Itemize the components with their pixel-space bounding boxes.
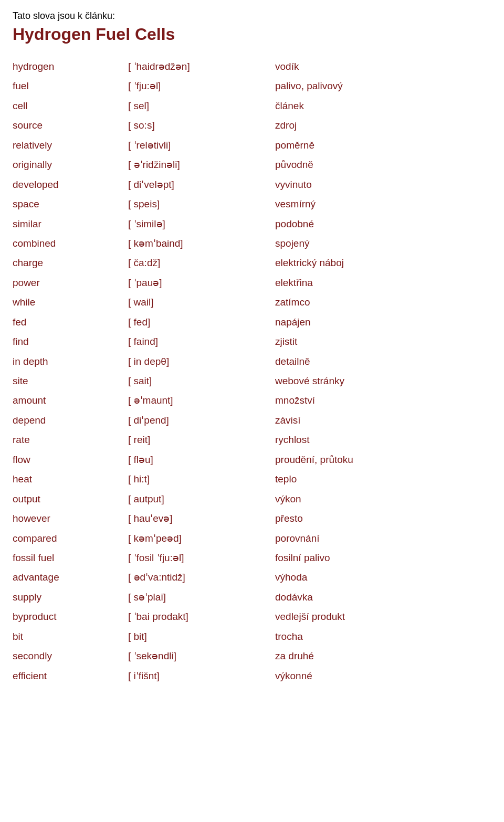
vocab-row: while[ wail]zatímco	[13, 292, 491, 312]
vocab-phonetic: [ bit]	[128, 627, 275, 646]
vocab-word: flow	[13, 450, 128, 469]
vocab-word: source	[13, 115, 128, 135]
vocab-word: combined	[13, 234, 128, 253]
vocab-phonetic: [ ˈsekəndli]	[128, 646, 275, 666]
vocab-translation: zjistit	[275, 332, 491, 351]
vocab-row: flow[ fləu]proudění, průtoku	[13, 450, 491, 469]
vocab-phonetic: [ ˈfju:əl]	[128, 76, 275, 96]
vocab-translation: výhoda	[275, 567, 491, 587]
vocab-phonetic: [ kəmˈpeəd]	[128, 529, 275, 548]
vocab-word: compared	[13, 529, 128, 548]
vocab-phonetic: [ reit]	[128, 430, 275, 449]
vocab-translation: porovnání	[275, 529, 491, 548]
vocab-translation: vyvinuto	[275, 175, 491, 194]
vocab-word: output	[13, 489, 128, 509]
vocab-word: while	[13, 292, 128, 312]
vocab-word: secondly	[13, 646, 128, 666]
vocab-row: byproduct[ ˈbai prodakt]vedlejší produkt	[13, 607, 491, 626]
vocab-word: space	[13, 194, 128, 214]
vocab-translation: podobné	[275, 214, 491, 234]
vocab-word: developed	[13, 175, 128, 194]
vocab-word: site	[13, 371, 128, 391]
vocab-phonetic: [ faind]	[128, 332, 275, 351]
vocab-translation: zatímco	[275, 292, 491, 312]
vocab-translation: výkon	[275, 489, 491, 509]
vocab-phonetic: [ əˈridžinəli]	[128, 155, 275, 174]
vocab-translation: palivo, palivový	[275, 76, 491, 96]
vocab-phonetic: [ in depθ]	[128, 352, 275, 371]
vocab-row: developed[ diˈveləpt]vyvinuto	[13, 175, 491, 194]
vocab-phonetic: [ diˈveləpt]	[128, 175, 275, 194]
vocab-row: source[ so:s]zdroj	[13, 115, 491, 135]
vocab-word: heat	[13, 469, 128, 489]
vocab-translation: za druhé	[275, 646, 491, 666]
vocab-row: space[ speis]vesmírný	[13, 194, 491, 214]
vocab-translation: výkonné	[275, 666, 491, 686]
vocab-phonetic: [ əˈmaunt]	[128, 391, 275, 410]
vocab-row: hydrogen[ ˈhaidrədžən]vodík	[13, 57, 491, 76]
vocab-row: charge[ ča:dž]elektrický náboj	[13, 253, 491, 272]
vocab-phonetic: [ diˈpend]	[128, 410, 275, 430]
vocab-phonetic: [ speis]	[128, 194, 275, 214]
vocab-row: amount[ əˈmaunt]množství	[13, 391, 491, 410]
vocab-row: bit[ bit]trocha	[13, 627, 491, 646]
vocab-word: supply	[13, 587, 128, 607]
vocab-row: depend[ diˈpend]závisí	[13, 410, 491, 430]
vocab-translation: napájen	[275, 312, 491, 332]
vocab-word: find	[13, 332, 128, 351]
vocab-word: fuel	[13, 76, 128, 96]
vocab-word: power	[13, 273, 128, 292]
main-title: Hydrogen Fuel Cells	[13, 25, 491, 44]
vocab-phonetic: [ hi:t]	[128, 469, 275, 489]
vocab-row: rate[ reit]rychlost	[13, 430, 491, 449]
vocab-translation: vedlejší produkt	[275, 607, 491, 626]
vocab-word: byproduct	[13, 607, 128, 626]
vocab-word: amount	[13, 391, 128, 410]
vocab-phonetic: [ sait]	[128, 371, 275, 391]
vocab-row: combined[ kəmˈbaind]spojený	[13, 234, 491, 253]
vocab-row: fed[ fed]napájen	[13, 312, 491, 332]
vocab-phonetic: [ fed]	[128, 312, 275, 332]
vocab-row: compared[ kəmˈpeəd]porovnání	[13, 529, 491, 548]
vocab-word: advantage	[13, 567, 128, 587]
vocab-row: in depth[ in depθ]detailně	[13, 352, 491, 371]
vocab-phonetic: [ ˈpauə]	[128, 273, 275, 292]
vocab-phonetic: [ iˈfišnt]	[128, 666, 275, 686]
vocab-phonetic: [ ədˈva:ntidž]	[128, 567, 275, 587]
vocab-translation: rychlost	[275, 430, 491, 449]
vocab-translation: elektrický náboj	[275, 253, 491, 272]
vocab-phonetic: [ kəmˈbaind]	[128, 234, 275, 253]
vocab-word: charge	[13, 253, 128, 272]
vocab-row: supply[ səˈplai]dodávka	[13, 587, 491, 607]
vocab-row: find[ faind]zjistit	[13, 332, 491, 351]
vocab-row: advantage[ ədˈva:ntidž]výhoda	[13, 567, 491, 587]
vocab-translation: zdroj	[275, 115, 491, 135]
vocab-row: fuel[ ˈfju:əl]palivo, palivový	[13, 76, 491, 96]
vocab-translation: množství	[275, 391, 491, 410]
vocab-phonetic: [ fləu]	[128, 450, 275, 469]
vocab-row: similar[ ˈsimilə]podobné	[13, 214, 491, 234]
vocab-row: cell[ sel]článek	[13, 96, 491, 115]
vocab-translation: spojený	[275, 234, 491, 253]
vocab-row: fossil fuel[ ˈfosil ˈfju:əl]fosilní pali…	[13, 548, 491, 567]
vocab-word: depend	[13, 410, 128, 430]
vocab-word: bit	[13, 627, 128, 646]
vocab-table: hydrogen[ ˈhaidrədžən]vodíkfuel[ ˈfju:əl…	[13, 57, 491, 686]
vocab-translation: vesmírný	[275, 194, 491, 214]
vocab-translation: elektřina	[275, 273, 491, 292]
vocab-translation: přesto	[275, 509, 491, 528]
vocab-word: however	[13, 509, 128, 528]
vocab-phonetic: [ autput]	[128, 489, 275, 509]
vocab-word: similar	[13, 214, 128, 234]
vocab-row: power[ ˈpauə]elektřina	[13, 273, 491, 292]
vocab-phonetic: [ ˈhaidrədžən]	[128, 57, 275, 76]
vocab-row: output[ autput]výkon	[13, 489, 491, 509]
vocab-phonetic: [ wail]	[128, 292, 275, 312]
vocab-translation: detailně	[275, 352, 491, 371]
vocab-phonetic: [ ˈrelətivli]	[128, 135, 275, 155]
vocab-translation: proudění, průtoku	[275, 450, 491, 469]
vocab-phonetic: [ ča:dž]	[128, 253, 275, 272]
vocab-translation: vodík	[275, 57, 491, 76]
vocab-translation: původně	[275, 155, 491, 174]
vocab-row: however[ hauˈevə]přesto	[13, 509, 491, 528]
